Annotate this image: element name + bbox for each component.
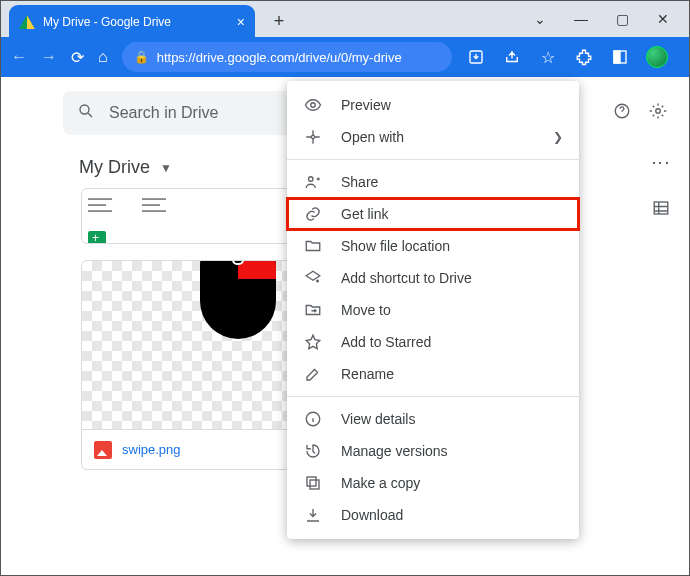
menu-add-shortcut[interactable]: Add shortcut to Drive: [287, 262, 579, 294]
menu-rename[interactable]: Rename: [287, 358, 579, 390]
reload-icon[interactable]: ⟳: [71, 47, 84, 67]
context-menu: Preview Open with ❯ Share Get link Show …: [287, 81, 579, 539]
file-card-swipe[interactable]: swipe.png: [81, 260, 291, 470]
maximize-icon[interactable]: ▢: [616, 11, 629, 27]
file-name: swipe.png: [122, 442, 181, 457]
close-window-icon[interactable]: ✕: [657, 11, 669, 27]
window-titlebar: My Drive - Google Drive × + ⌄ — ▢ ✕: [1, 1, 689, 37]
browser-tab[interactable]: My Drive - Google Drive ×: [9, 5, 255, 39]
shortcut-icon: [303, 268, 323, 288]
move-icon: [303, 300, 323, 320]
breadcrumb-label: My Drive: [79, 157, 150, 178]
caret-down-icon[interactable]: ⌄: [534, 11, 546, 27]
folder-icon: [303, 236, 323, 256]
extensions-icon[interactable]: [574, 47, 594, 67]
versions-icon: [303, 441, 323, 461]
list-layout-icon[interactable]: [652, 199, 670, 217]
profile-avatar[interactable]: [646, 46, 668, 68]
svg-rect-6: [654, 202, 668, 214]
rename-icon: [303, 364, 323, 384]
minimize-icon[interactable]: —: [574, 11, 588, 27]
mouse-illustration: [192, 260, 288, 345]
menu-download[interactable]: Download: [287, 499, 579, 531]
drive-favicon: [19, 14, 35, 30]
star-icon: [303, 332, 323, 352]
url-text: https://drive.google.com/drive/u/0/my-dr…: [157, 50, 402, 65]
tab-title: My Drive - Google Drive: [43, 15, 171, 29]
bookmark-icon[interactable]: ☆: [538, 47, 558, 67]
menu-show-location[interactable]: Show file location: [287, 230, 579, 262]
svg-point-3: [80, 105, 89, 114]
share-person-icon: [303, 172, 323, 192]
image-preview: [82, 261, 290, 429]
svg-point-8: [309, 177, 314, 182]
chevron-right-icon: ❯: [553, 130, 563, 144]
menu-move-to[interactable]: Move to: [287, 294, 579, 326]
lock-icon: 🔒: [134, 50, 149, 64]
menu-manage-versions[interactable]: Manage versions: [287, 435, 579, 467]
download-icon: [303, 505, 323, 525]
menu-preview[interactable]: Preview: [287, 89, 579, 121]
menu-add-starred[interactable]: Add to Starred: [287, 326, 579, 358]
close-tab-icon[interactable]: ×: [237, 14, 245, 30]
window-controls: ⌄ — ▢ ✕: [534, 1, 689, 37]
open-with-icon: [303, 127, 323, 147]
copy-icon: [303, 473, 323, 493]
page-content: Search in Drive My Drive ▼ ▬▬▬▬▬▬▬▬▬▬▬ ▬…: [1, 77, 689, 576]
svg-point-7: [311, 103, 316, 108]
menu-view-details[interactable]: View details: [287, 403, 579, 435]
help-icon[interactable]: [613, 102, 631, 124]
install-icon[interactable]: [466, 47, 486, 67]
menu-divider: [287, 159, 579, 160]
menu-share[interactable]: Share: [287, 166, 579, 198]
menu-open-with[interactable]: Open with ❯: [287, 121, 579, 153]
menu-get-link[interactable]: Get link: [287, 198, 579, 230]
search-icon: [77, 102, 95, 124]
back-icon[interactable]: ←: [11, 47, 27, 67]
more-actions-icon[interactable]: ⋮: [650, 154, 672, 174]
share-icon[interactable]: [502, 47, 522, 67]
info-icon: [303, 409, 323, 429]
new-tab-button[interactable]: +: [265, 7, 293, 35]
home-icon[interactable]: ⌂: [98, 47, 108, 67]
menu-make-copy[interactable]: Make a copy: [287, 467, 579, 499]
file-card[interactable]: ▬▬▬▬▬▬▬▬▬▬▬ ▬▬▬▬▬▬▬▬▬▬▬: [81, 188, 291, 244]
search-placeholder: Search in Drive: [109, 104, 218, 122]
settings-gear-icon[interactable]: [649, 102, 667, 124]
forward-icon: →: [41, 47, 57, 67]
link-icon: [303, 204, 323, 224]
svg-rect-2: [614, 51, 620, 63]
svg-point-5: [656, 109, 661, 114]
url-input[interactable]: 🔒 https://drive.google.com/drive/u/0/my-…: [122, 42, 452, 72]
image-file-icon: [94, 441, 112, 459]
svg-rect-11: [307, 477, 316, 486]
chevron-down-icon: ▼: [160, 161, 172, 175]
tabs-icon[interactable]: [610, 47, 630, 67]
eye-icon: [303, 95, 323, 115]
menu-icon[interactable]: ⋮: [684, 47, 690, 67]
browser-toolbar: ← → ⟳ ⌂ 🔒 https://drive.google.com/drive…: [1, 37, 689, 77]
menu-divider: [287, 396, 579, 397]
sheets-icon: [88, 231, 106, 244]
svg-rect-10: [310, 480, 319, 489]
